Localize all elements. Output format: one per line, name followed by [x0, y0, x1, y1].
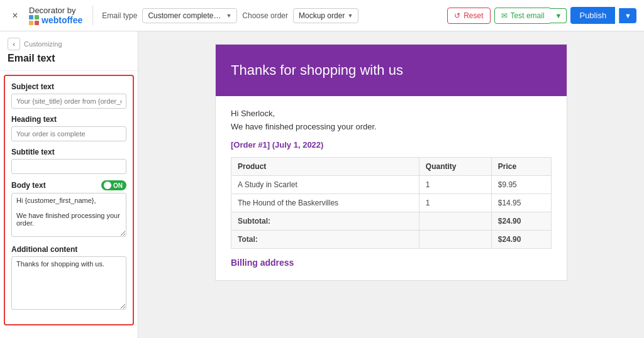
breadcrumb: ‹ Customizing [0, 31, 138, 52]
total-row: Total: $24.90 [231, 231, 552, 249]
email-body: Hi Sherlock, We have finished processing… [216, 96, 567, 280]
subtitle-label: Subtitle text [11, 148, 126, 156]
subtitle-input[interactable] [11, 159, 126, 174]
email-header: Thanks for shopping with us [216, 45, 567, 96]
col-quantity: Quantity [419, 158, 491, 176]
email-type-select[interactable]: Customer completed or... ▼ [142, 8, 237, 23]
additional-group: Additional content Thanks for shopping w… [11, 245, 126, 312]
email-intro: We have finished processing your order. [231, 122, 552, 131]
product-name: The Hound of the Baskervilles [231, 194, 419, 212]
subtitle-group: Subtitle text [11, 148, 126, 174]
body-toggle[interactable]: ON [101, 180, 126, 190]
order-table: Product Quantity Price A Study in Scarle… [231, 157, 552, 249]
publish-arrow-button[interactable]: ▼ [619, 8, 636, 23]
email-preview: Thanks for shopping with us Hi Sherlock,… [215, 44, 567, 281]
toggle-label: ON [113, 182, 123, 189]
logo-icon [29, 15, 39, 25]
heading-label: Heading text [11, 115, 126, 124]
brand-name: webtoffee [42, 15, 82, 25]
order-link[interactable]: [Order #1] (July 1, 2022) [231, 140, 552, 150]
brand-logo: webtoffee [29, 15, 82, 25]
sidebar: ‹ Customizing Email text Subject text He… [0, 31, 138, 338]
heading-input[interactable] [11, 126, 126, 141]
email-greeting: Hi Sherlock, [231, 109, 552, 118]
email-preview-area: Thanks for shopping with us Hi Sherlock,… [138, 31, 644, 338]
brand: Decorator by webtoffee [29, 6, 93, 25]
table-row: The Hound of the Baskervilles 1 $14.95 [231, 194, 552, 212]
chevron-down-icon: ▼ [226, 13, 231, 19]
main-layout: ‹ Customizing Email text Subject text He… [0, 31, 644, 338]
brand-title: Decorator by [29, 6, 75, 15]
test-email-button[interactable]: ✉ Test email [494, 8, 552, 24]
subtotal-empty [419, 212, 491, 231]
col-product: Product [231, 158, 419, 176]
test-email-arrow-button[interactable]: ▼ [551, 8, 567, 23]
additional-textarea[interactable]: Thanks for shopping with us. [11, 256, 126, 310]
table-row: A Study in Scarlet 1 $9.95 [231, 176, 552, 194]
publish-button[interactable]: Publish [570, 7, 615, 24]
breadcrumb-label: Customizing [24, 40, 62, 48]
subject-group: Subject text [11, 82, 126, 109]
subject-label: Subject text [11, 82, 126, 91]
subtotal-value: $24.90 [491, 212, 551, 231]
choose-order-select[interactable]: Mockup order ▼ [293, 8, 358, 23]
subject-input[interactable] [11, 94, 126, 109]
email-type-label: Email type [102, 11, 137, 20]
back-button[interactable]: ‹ [8, 38, 20, 50]
close-button[interactable]: × [8, 8, 23, 23]
total-label: Total: [231, 231, 419, 249]
body-textarea[interactable]: Hi {customer_first_name}, We have finish… [11, 193, 126, 237]
product-price: $14.95 [491, 194, 551, 212]
sidebar-title: Email text [0, 52, 138, 71]
subtotal-label: Subtotal: [231, 212, 419, 231]
chevron-down-icon: ▼ [347, 13, 353, 19]
toggle-dot [104, 182, 111, 189]
body-group: Body text ON Hi {customer_first_name}, W… [11, 180, 126, 239]
product-qty: 1 [419, 176, 491, 194]
reset-button[interactable]: ↺ Reset [447, 8, 490, 24]
additional-label: Additional content [11, 245, 126, 254]
email-icon: ✉ [501, 11, 508, 20]
product-name: A Study in Scarlet [231, 176, 419, 194]
topbar-actions: ↺ Reset ✉ Test email ▼ Publish ▼ [447, 7, 636, 24]
billing-section: Billing address [231, 258, 552, 268]
product-price: $9.95 [491, 176, 551, 194]
sidebar-form: Subject text Heading text Subtitle text … [4, 75, 134, 325]
body-label: Body text ON [11, 180, 126, 190]
topbar: × Decorator by webtoffee Email type Cust… [0, 0, 644, 31]
email-header-title: Thanks for shopping with us [231, 62, 552, 79]
heading-group: Heading text [11, 115, 126, 141]
col-price: Price [491, 158, 551, 176]
choose-order-label: Choose order [242, 11, 288, 20]
product-qty: 1 [419, 194, 491, 212]
topbar-controls: Email type Customer completed or... ▼ Ch… [102, 8, 441, 23]
billing-title: Billing address [231, 258, 294, 268]
subtotal-row: Subtotal: $24.90 [231, 212, 552, 231]
reset-icon: ↺ [454, 11, 460, 20]
total-value: $24.90 [491, 231, 551, 249]
total-empty [419, 231, 491, 249]
